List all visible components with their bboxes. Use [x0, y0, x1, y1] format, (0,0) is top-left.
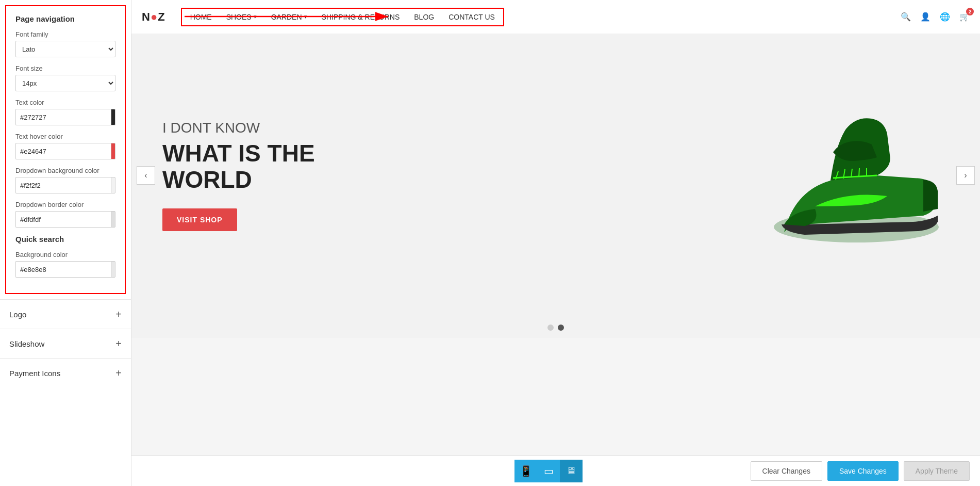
- nav-menu: HOME SHOES ▾ GARDEN ▾ SHIPPING & RETURNS…: [181, 8, 504, 26]
- payment-icons-label: Payment Icons: [9, 369, 60, 378]
- slide-next-button[interactable]: ›: [956, 166, 975, 185]
- dropdown-bg-swatch[interactable]: [111, 177, 115, 193]
- font-family-label: Font family: [15, 30, 115, 38]
- slide-dot-1[interactable]: [547, 325, 554, 331]
- hero-text: I DONT KNOW WHAT IS THE WORLD VISIT SHOP: [162, 120, 394, 231]
- section-title: Page navigation: [15, 14, 115, 23]
- nav-contact[interactable]: CONTACT US: [449, 13, 495, 21]
- text-color-label: Text color: [15, 99, 115, 106]
- page-navigation-section: Page navigation Font family Lato Font si…: [5, 5, 126, 294]
- text-hover-color-swatch[interactable]: [111, 143, 115, 159]
- shoe-svg: [753, 77, 949, 273]
- nav-shipping[interactable]: SHIPPING & RETURNS: [322, 13, 400, 21]
- hero-cta-button[interactable]: VISIT SHOP: [162, 208, 237, 231]
- shoes-chevron: ▾: [254, 13, 257, 20]
- slide-dots: [131, 317, 980, 338]
- hero-image: [753, 77, 949, 273]
- logo-dot: ●: [151, 10, 158, 23]
- dropdown-border-swatch[interactable]: [111, 211, 115, 228]
- main-area: Page navigation Font family Lato Font si…: [0, 0, 980, 486]
- font-family-select[interactable]: Lato: [15, 41, 115, 57]
- bg-color-input[interactable]: [15, 261, 111, 278]
- text-hover-color-input[interactable]: [15, 143, 111, 159]
- dropdown-border-row: [15, 211, 115, 228]
- font-family-group: Font family Lato: [15, 30, 115, 57]
- hero-title: WHAT IS THE WORLD: [162, 140, 394, 192]
- nav-blog[interactable]: BLOG: [414, 13, 434, 21]
- dropdown-border-group: Dropdown border color: [15, 201, 115, 228]
- payment-icons-expand-icon: +: [115, 368, 122, 378]
- bottom-toolbar: 📱 ▭ 🖥 Clear Changes Save Changes Apply T…: [131, 455, 980, 486]
- dropdown-bg-input[interactable]: [15, 177, 111, 193]
- text-hover-color-label: Text hover color: [15, 133, 115, 140]
- nav-home[interactable]: HOME: [190, 13, 212, 21]
- text-color-swatch[interactable]: [111, 109, 115, 125]
- website-preview: N●Z HOME SHOES ▾ GARDEN ▾ SHIPPING & RET…: [131, 0, 980, 455]
- font-size-select[interactable]: 14px: [15, 75, 115, 91]
- dropdown-bg-label: Dropdown background color: [15, 167, 115, 174]
- bg-color-group: Background color: [15, 251, 115, 278]
- save-changes-button[interactable]: Save Changes: [827, 461, 899, 481]
- font-size-label: Font size: [15, 64, 115, 72]
- nav-icons: 🔍 👤 🌐 🛒 2: [901, 12, 970, 22]
- language-icon-btn[interactable]: 🌐: [940, 12, 950, 22]
- sidebar: Page navigation Font family Lato Font si…: [0, 0, 131, 486]
- apply-theme-button[interactable]: Apply Theme: [904, 461, 970, 481]
- site-logo: N●Z: [142, 10, 165, 24]
- text-hover-color-row: [15, 143, 115, 159]
- hero-section: ‹ I DONT KNOW WHAT IS THE WORLD VISIT SH…: [131, 34, 980, 317]
- dropdown-bg-group: Dropdown background color: [15, 167, 115, 193]
- search-icon-btn[interactable]: 🔍: [901, 12, 911, 22]
- bg-color-swatch[interactable]: [111, 261, 115, 278]
- account-icon-btn[interactable]: 👤: [920, 12, 931, 22]
- dropdown-border-input[interactable]: [15, 211, 111, 228]
- logo-label: Logo: [9, 310, 26, 319]
- preview-navbar: N●Z HOME SHOES ▾ GARDEN ▾ SHIPPING & RET…: [131, 0, 980, 34]
- app-container: Page navigation Font family Lato Font si…: [0, 0, 980, 486]
- font-size-group: Font size 14px: [15, 64, 115, 91]
- nav-garden[interactable]: GARDEN ▾: [271, 13, 307, 21]
- slide-prev-button[interactable]: ‹: [137, 166, 155, 185]
- device-icons: 📱 ▭ 🖥: [514, 460, 583, 482]
- text-color-group: Text color: [15, 99, 115, 125]
- nav-shoes[interactable]: SHOES ▾: [226, 13, 257, 21]
- slide-dot-2[interactable]: [558, 325, 564, 331]
- clear-changes-button[interactable]: Clear Changes: [751, 461, 822, 481]
- svg-line-6: [859, 168, 859, 177]
- hero-subtitle: I DONT KNOW: [162, 120, 394, 136]
- dropdown-border-label: Dropdown border color: [15, 201, 115, 208]
- sidebar-item-payment-icons[interactable]: Payment Icons +: [0, 358, 131, 387]
- preview-area: N●Z HOME SHOES ▾ GARDEN ▾ SHIPPING & RET…: [131, 0, 980, 486]
- text-color-row: [15, 109, 115, 125]
- text-hover-color-group: Text hover color: [15, 133, 115, 159]
- text-color-input[interactable]: [15, 109, 111, 125]
- cart-icon-btn[interactable]: 🛒 2: [959, 12, 970, 22]
- slideshow-expand-icon: +: [115, 338, 122, 349]
- cart-badge: 2: [966, 8, 974, 15]
- bg-color-row: [15, 261, 115, 278]
- slideshow-label: Slideshow: [9, 339, 44, 348]
- desktop-view-button[interactable]: 🖥: [560, 460, 583, 482]
- sidebar-item-logo[interactable]: Logo +: [0, 299, 131, 329]
- logo-expand-icon: +: [115, 309, 122, 319]
- mobile-view-button[interactable]: 📱: [514, 460, 537, 482]
- quick-search-title: Quick search: [15, 235, 115, 244]
- sidebar-item-slideshow[interactable]: Slideshow +: [0, 329, 131, 358]
- tablet-view-button[interactable]: ▭: [537, 460, 560, 482]
- dropdown-bg-row: [15, 177, 115, 193]
- garden-chevron: ▾: [304, 13, 307, 20]
- bg-color-label: Background color: [15, 251, 115, 258]
